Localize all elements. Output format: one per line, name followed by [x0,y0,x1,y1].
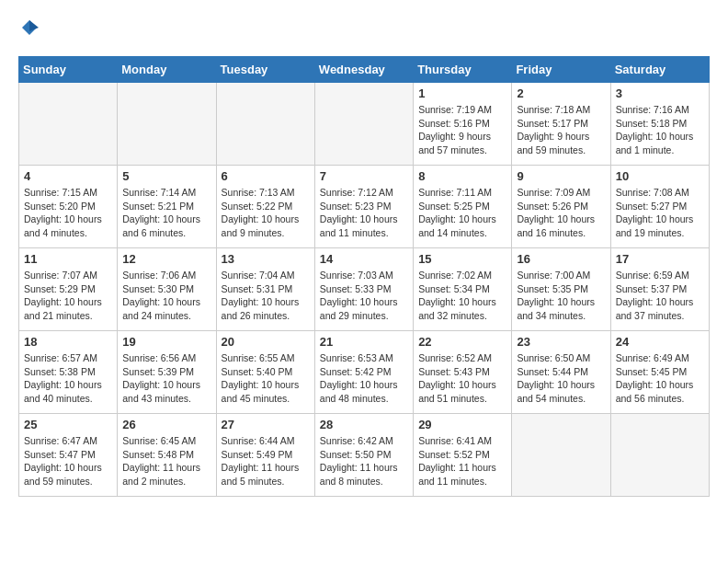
day-number: 9 [517,169,605,183]
calendar-cell: 4Sunrise: 7:15 AM Sunset: 5:20 PM Daylig… [19,166,118,248]
day-number: 12 [122,252,210,266]
day-info: Sunrise: 7:15 AM Sunset: 5:20 PM Dayligh… [24,186,112,240]
day-number: 25 [24,418,112,431]
calendar-cell: 13Sunrise: 7:04 AM Sunset: 5:31 PM Dayli… [216,248,314,331]
calendar-cell [118,83,216,166]
day-info: Sunrise: 6:49 AM Sunset: 5:45 PM Dayligh… [616,351,704,406]
logo [18,18,39,41]
day-info: Sunrise: 6:41 AM Sunset: 5:52 PM Dayligh… [418,434,506,488]
day-number: 3 [616,86,704,100]
day-header-wednesday: Wednesday [314,57,413,83]
day-info: Sunrise: 6:59 AM Sunset: 5:37 PM Dayligh… [616,269,704,323]
calendar-cell: 17Sunrise: 6:59 AM Sunset: 5:37 PM Dayli… [610,248,709,331]
day-number: 20 [222,335,310,349]
day-info: Sunrise: 6:42 AM Sunset: 5:50 PM Dayligh… [320,434,408,488]
day-number: 28 [320,418,408,431]
calendar-cell: 14Sunrise: 7:03 AM Sunset: 5:33 PM Dayli… [314,248,413,331]
calendar-cell: 8Sunrise: 7:11 AM Sunset: 5:25 PM Daylig… [414,166,512,248]
day-number: 29 [418,418,506,431]
calendar-body: 1Sunrise: 7:19 AM Sunset: 5:16 PM Daylig… [19,83,710,497]
day-number: 27 [222,418,310,431]
day-info: Sunrise: 7:09 AM Sunset: 5:26 PM Dayligh… [517,186,605,240]
calendar-cell: 19Sunrise: 6:56 AM Sunset: 5:39 PM Dayli… [118,331,216,414]
day-info: Sunrise: 6:44 AM Sunset: 5:49 PM Dayligh… [222,434,310,488]
calendar-cell: 6Sunrise: 7:13 AM Sunset: 5:22 PM Daylig… [216,166,314,248]
calendar-cell: 15Sunrise: 7:02 AM Sunset: 5:34 PM Dayli… [414,248,512,331]
day-info: Sunrise: 7:19 AM Sunset: 5:16 PM Dayligh… [418,103,506,157]
day-info: Sunrise: 7:13 AM Sunset: 5:22 PM Dayligh… [222,186,310,240]
calendar-cell: 9Sunrise: 7:09 AM Sunset: 5:26 PM Daylig… [512,166,610,248]
day-info: Sunrise: 6:50 AM Sunset: 5:44 PM Dayligh… [517,351,605,406]
calendar-cell: 3Sunrise: 7:16 AM Sunset: 5:18 PM Daylig… [610,83,709,166]
day-info: Sunrise: 6:45 AM Sunset: 5:48 PM Dayligh… [122,434,210,488]
calendar-cell: 22Sunrise: 6:52 AM Sunset: 5:43 PM Dayli… [414,331,512,414]
day-info: Sunrise: 7:12 AM Sunset: 5:23 PM Dayligh… [320,186,408,240]
day-info: Sunrise: 6:55 AM Sunset: 5:40 PM Dayligh… [222,351,310,406]
day-info: Sunrise: 6:47 AM Sunset: 5:47 PM Dayligh… [24,434,112,488]
day-number: 23 [517,335,605,349]
calendar-cell: 28Sunrise: 6:42 AM Sunset: 5:50 PM Dayli… [314,414,413,497]
day-header-sunday: Sunday [19,57,118,83]
day-number: 1 [418,86,506,100]
day-info: Sunrise: 7:06 AM Sunset: 5:30 PM Dayligh… [122,269,210,323]
calendar-cell: 29Sunrise: 6:41 AM Sunset: 5:52 PM Dayli… [414,414,512,497]
day-info: Sunrise: 6:57 AM Sunset: 5:38 PM Dayligh… [24,351,112,406]
day-header-friday: Friday [512,57,610,83]
day-info: Sunrise: 7:16 AM Sunset: 5:18 PM Dayligh… [616,103,704,157]
calendar-cell: 25Sunrise: 6:47 AM Sunset: 5:47 PM Dayli… [19,414,118,497]
calendar-cell: 20Sunrise: 6:55 AM Sunset: 5:40 PM Dayli… [216,331,314,414]
day-number: 24 [616,335,704,349]
calendar-header-row: SundayMondayTuesdayWednesdayThursdayFrid… [19,57,710,83]
day-header-monday: Monday [118,57,216,83]
day-number: 5 [122,169,210,183]
calendar-cell: 18Sunrise: 6:57 AM Sunset: 5:38 PM Dayli… [19,331,118,414]
day-info: Sunrise: 6:53 AM Sunset: 5:42 PM Dayligh… [320,351,408,406]
calendar-table: SundayMondayTuesdayWednesdayThursdayFrid… [18,56,710,497]
day-number: 4 [24,169,112,183]
day-number: 11 [24,252,112,266]
day-number: 2 [517,86,605,100]
day-info: Sunrise: 7:14 AM Sunset: 5:21 PM Dayligh… [122,186,210,240]
calendar-cell [216,83,314,166]
day-number: 15 [418,252,506,266]
day-info: Sunrise: 7:08 AM Sunset: 5:27 PM Dayligh… [616,186,704,240]
calendar-cell: 21Sunrise: 6:53 AM Sunset: 5:42 PM Dayli… [314,331,413,414]
calendar-week-4: 25Sunrise: 6:47 AM Sunset: 5:47 PM Dayli… [19,414,710,497]
day-info: Sunrise: 7:07 AM Sunset: 5:29 PM Dayligh… [24,269,112,323]
day-header-tuesday: Tuesday [216,57,314,83]
calendar-cell: 26Sunrise: 6:45 AM Sunset: 5:48 PM Dayli… [118,414,216,497]
calendar-cell [19,83,118,166]
day-number: 7 [320,169,408,183]
day-number: 16 [517,252,605,266]
calendar-cell: 1Sunrise: 7:19 AM Sunset: 5:16 PM Daylig… [414,83,512,166]
day-number: 26 [122,418,210,431]
day-number: 17 [616,252,704,266]
calendar-week-2: 11Sunrise: 7:07 AM Sunset: 5:29 PM Dayli… [19,248,710,331]
day-info: Sunrise: 7:04 AM Sunset: 5:31 PM Dayligh… [222,269,310,323]
calendar-cell: 5Sunrise: 7:14 AM Sunset: 5:21 PM Daylig… [118,166,216,248]
day-info: Sunrise: 7:02 AM Sunset: 5:34 PM Dayligh… [418,269,506,323]
day-number: 22 [418,335,506,349]
page-header [18,18,710,41]
calendar-cell [314,83,413,166]
day-number: 13 [222,252,310,266]
day-number: 8 [418,169,506,183]
calendar-week-3: 18Sunrise: 6:57 AM Sunset: 5:38 PM Dayli… [19,331,710,414]
calendar-cell [610,414,709,497]
calendar-cell: 10Sunrise: 7:08 AM Sunset: 5:27 PM Dayli… [610,166,709,248]
calendar-week-1: 4Sunrise: 7:15 AM Sunset: 5:20 PM Daylig… [19,166,710,248]
calendar-cell: 7Sunrise: 7:12 AM Sunset: 5:23 PM Daylig… [314,166,413,248]
day-number: 6 [222,169,310,183]
day-number: 21 [320,335,408,349]
calendar-week-0: 1Sunrise: 7:19 AM Sunset: 5:16 PM Daylig… [19,83,710,166]
calendar-cell: 16Sunrise: 7:00 AM Sunset: 5:35 PM Dayli… [512,248,610,331]
day-number: 10 [616,169,704,183]
calendar-cell [512,414,610,497]
day-number: 14 [320,252,408,266]
calendar-cell: 12Sunrise: 7:06 AM Sunset: 5:30 PM Dayli… [118,248,216,331]
calendar-cell: 23Sunrise: 6:50 AM Sunset: 5:44 PM Dayli… [512,331,610,414]
logo-icon [20,18,39,37]
day-info: Sunrise: 7:11 AM Sunset: 5:25 PM Dayligh… [418,186,506,240]
day-info: Sunrise: 7:18 AM Sunset: 5:17 PM Dayligh… [517,103,605,157]
day-number: 18 [24,335,112,349]
